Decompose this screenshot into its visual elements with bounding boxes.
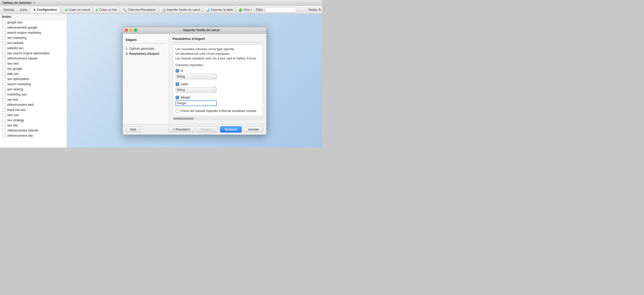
col-weight-label: Weight bbox=[181, 96, 190, 99]
dialog-maximize-button[interactable] bbox=[134, 29, 137, 32]
node-item[interactable]: seo website bbox=[0, 40, 67, 46]
step-2-num: 2. bbox=[126, 52, 128, 56]
node-icon bbox=[2, 98, 6, 101]
col-weight-checkbox[interactable]: ✓ bbox=[176, 96, 179, 99]
title-close-button[interactable]: ✕ bbox=[33, 1, 35, 4]
node-label: search engine marketing bbox=[7, 31, 41, 34]
columns-label: Colonnes importées : bbox=[176, 63, 260, 67]
dialog-title: Importer feuille de calcul bbox=[139, 28, 264, 32]
node-item[interactable]: search engine marketing bbox=[0, 30, 67, 35]
col-label-checkbox[interactable]: ✓ bbox=[176, 82, 179, 86]
info-text: Les nouvelles colonnes ont le type spéci… bbox=[176, 47, 260, 61]
node-item[interactable]: marketing seo bbox=[0, 92, 67, 97]
node-label: seo google bbox=[7, 67, 22, 71]
plus-icon: 🧩 bbox=[238, 8, 243, 12]
col-id-check-icon: ✓ bbox=[176, 69, 178, 72]
node-item[interactable]: référencement web bbox=[0, 102, 67, 107]
aide-button[interactable]: Aide bbox=[126, 126, 141, 133]
import-dialog: Importer feuille de calcul Etapes 1. Opt… bbox=[123, 27, 267, 135]
filter-label: Filtre : bbox=[256, 8, 264, 12]
force-checkbox[interactable] bbox=[176, 109, 179, 113]
creer-noeud-button[interactable]: ⊕ Créer un noeud bbox=[62, 7, 92, 13]
chercher-button[interactable]: 🔍 Chercher/Remplacer bbox=[120, 7, 159, 13]
node-item[interactable]: referencement site bbox=[0, 133, 67, 138]
node-label: website seo bbox=[7, 46, 23, 50]
exporter-button[interactable]: 📊 Exporter la table bbox=[203, 7, 236, 13]
node-item[interactable]: web seo bbox=[0, 71, 67, 76]
node-item[interactable]: seo optimisation bbox=[0, 76, 67, 82]
node-item[interactable]: seo marketing bbox=[0, 35, 67, 40]
node-icon bbox=[2, 124, 6, 127]
step-1: 1. Options générales bbox=[126, 46, 166, 51]
node-list: google seoreferencement googlesearch eng… bbox=[0, 20, 67, 138]
dialog-scroll-area[interactable]: Les nouvelles colonnes ont le type spéci… bbox=[173, 45, 263, 116]
nodes-dropdown-arrow[interactable]: ⇅ bbox=[318, 8, 321, 12]
node-icon bbox=[2, 51, 6, 55]
dialog-main: Paramètres d'import Les nouvelles colonn… bbox=[169, 34, 266, 124]
node-icon bbox=[2, 67, 6, 71]
importer-button[interactable]: 📊 Importer feuille de calcul bbox=[159, 7, 203, 13]
node-icon bbox=[2, 118, 6, 122]
col-label-type-select[interactable]: String ⌃⌄ bbox=[176, 87, 217, 93]
col-weight-row: ✓ Weight bbox=[176, 96, 260, 99]
node-item[interactable]: seo strategy bbox=[0, 118, 67, 123]
dialog-close-button[interactable] bbox=[125, 29, 128, 32]
node-icon bbox=[2, 103, 6, 107]
node-item[interactable]: référencement internet bbox=[0, 128, 67, 133]
creer-lien-button[interactable]: ⊕ Créer un lien bbox=[93, 7, 119, 13]
col-id-checkbox[interactable]: ✓ bbox=[176, 69, 179, 73]
step-2: 2. Paramètres d'import bbox=[126, 51, 166, 56]
node-label: web seo bbox=[7, 72, 19, 76]
exporter-icon: 📊 bbox=[205, 8, 210, 12]
node-icon bbox=[2, 77, 6, 81]
node-item[interactable]: seo test bbox=[0, 97, 67, 102]
bottom-scrollbar[interactable] bbox=[173, 117, 263, 120]
node-icon bbox=[2, 108, 6, 112]
tab-configuration[interactable]: ⚙ Configuration bbox=[30, 7, 60, 13]
node-icon bbox=[2, 36, 6, 40]
node-label: seo marketing bbox=[7, 36, 27, 40]
node-icon bbox=[2, 46, 6, 50]
annuler-button[interactable]: Annuler bbox=[244, 126, 263, 133]
suivant-button[interactable]: Suivant > bbox=[196, 126, 218, 133]
precedent-button[interactable]: < Précédent bbox=[169, 126, 194, 133]
node-label: seo search engine optimization bbox=[7, 51, 50, 55]
node-item[interactable]: search marketing bbox=[0, 82, 67, 87]
node-item[interactable]: seo site bbox=[0, 123, 67, 128]
terminer-button[interactable]: Terminer bbox=[220, 126, 242, 133]
tab-liens[interactable]: Liens bbox=[17, 7, 30, 13]
node-label: marketing seo bbox=[7, 93, 27, 96]
info-line-2: Un identifiant est créé s'il est manquan… bbox=[176, 52, 230, 56]
node-icon bbox=[2, 113, 6, 117]
node-item[interactable]: google seo bbox=[0, 20, 67, 25]
col-id-label: Id bbox=[181, 69, 183, 73]
plus-button[interactable]: 🧩 Plus ▾ bbox=[236, 7, 254, 13]
node-item[interactable]: seo ranking bbox=[0, 87, 67, 92]
col-id-type-select[interactable]: String ⌃⌄ bbox=[176, 74, 217, 79]
node-icon bbox=[2, 41, 6, 45]
node-item[interactable]: seo search engine optimization bbox=[0, 51, 67, 56]
node-icon bbox=[2, 129, 6, 132]
node-label: sem seo bbox=[7, 113, 19, 117]
col-weight-type-select[interactable]: Integer ⌃⌄ bbox=[176, 100, 217, 106]
node-item[interactable]: black hat seo bbox=[0, 107, 67, 112]
node-item[interactable]: website seo bbox=[0, 46, 67, 51]
node-label: référencement naturel bbox=[7, 57, 37, 60]
dialog-footer: Aide < Précédent Suivant > Terminer Annu… bbox=[123, 124, 266, 135]
filter-input[interactable] bbox=[265, 7, 296, 12]
node-item[interactable]: référencement naturel bbox=[0, 56, 67, 61]
col-label-type-value: String bbox=[177, 88, 185, 92]
tab-noeuds[interactable]: Noeuds bbox=[1, 7, 17, 13]
left-panel: Nodes google seoreferencement googlesear… bbox=[0, 14, 67, 148]
node-item[interactable]: referencement google bbox=[0, 25, 67, 30]
node-label: seo test bbox=[7, 98, 18, 101]
dialog-minimize-button[interactable] bbox=[129, 29, 133, 32]
importer-label: Importer feuille de calcul bbox=[167, 8, 200, 12]
node-item[interactable]: sem seo bbox=[0, 112, 67, 118]
node-icon bbox=[2, 26, 6, 29]
node-item[interactable]: seo google bbox=[0, 66, 67, 71]
chercher-label: Chercher/Remplacer bbox=[128, 8, 156, 12]
plus-arrow-icon: ▾ bbox=[251, 8, 252, 11]
dialog-overlay: Importer feuille de calcul Etapes 1. Opt… bbox=[67, 14, 322, 148]
node-item[interactable]: seo sem bbox=[0, 61, 67, 66]
